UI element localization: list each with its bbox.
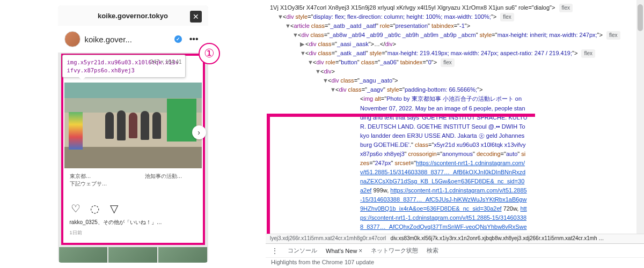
ig-time-text: 1日前 — [64, 229, 202, 242]
dom-line[interactable]: ▼<div class="_aagu _aato"> — [270, 76, 642, 85]
dom-line[interactable]: ▼<div class="_aagv" style="padding-botto… — [270, 85, 642, 94]
ig-caption: 東京都… 池知事の活動… 下記ウェブサ… — [64, 168, 202, 198]
ig-actions: ♡ ◌ ▽ — [64, 198, 202, 219]
tooltip-dims: 247 × 164.41 — [150, 58, 182, 65]
preview-panel: koike.governor.tokyo ✕ koike.gover... ••… — [0, 0, 266, 268]
comment-icon[interactable]: ◌ — [89, 203, 101, 214]
flex-badge[interactable]: flex — [581, 49, 595, 58]
tooltip-arrow-icon — [79, 77, 85, 80]
verified-badge-icon — [174, 35, 182, 43]
scrollbar[interactable] — [636, 0, 644, 234]
close-icon[interactable]: ✕ — [190, 11, 202, 23]
flex-badge[interactable]: flex — [500, 13, 514, 21]
ig-photo[interactable]: › — [64, 83, 202, 168]
crumb-segment[interactable]: lyej3.xdj266r.x11i5rnm.xat24cr.x1mh8g0r.… — [270, 235, 386, 241]
flex-badge[interactable]: flex — [441, 58, 455, 67]
annotation-bracket-top — [267, 114, 535, 117]
like-icon[interactable]: ♡ — [70, 203, 82, 214]
grid-thumb[interactable] — [158, 247, 207, 263]
tab-whatsnew[interactable]: What's New × — [326, 247, 362, 255]
ig-grid — [58, 246, 208, 263]
tab-console[interactable]: コンソール — [288, 247, 317, 255]
dom-line[interactable]: ▼<div class="_aatk _aatl" style="max-hei… — [270, 49, 642, 58]
dom-line[interactable]: ▶<div class="_aasi _aask">…</div> — [270, 40, 642, 49]
drawer-menu-icon[interactable]: ⋮ — [271, 247, 279, 255]
crumb-segment[interactable]: div.xs83m0k.xl56j7k.x1iy3rx.x1n2onr6.xjb… — [391, 235, 604, 241]
inspected-post: img.x5yr21d.xu96u03.x10l6tqk.x13vifvy.x8… — [61, 54, 205, 245]
devtools-panel: 1Vj X1Oy3l5r X47corl Xn8yej3 X15n9j28 xr… — [266, 0, 644, 268]
scrollbar-thumb[interactable] — [638, 4, 643, 31]
dom-line[interactable]: ▼<article class="_aatb _aatd _aatf" role… — [270, 21, 642, 31]
share-icon[interactable]: ▽ — [108, 203, 120, 214]
ig-profile-row: koike.gover... ••• — [58, 26, 208, 53]
dom-line[interactable]: ▼<div style="display: flex; flex-directi… — [270, 12, 642, 21]
photo-banner-right — [167, 99, 196, 142]
tab-search[interactable]: 検索 — [427, 247, 438, 255]
dom-line[interactable]: ▼<div class="_ab8w _ab94 _ab99 _ab9c _ab… — [270, 31, 642, 40]
whatsnew-headline: Highlights from the Chrome 107 update — [266, 257, 644, 268]
close-icon[interactable]: × — [358, 247, 362, 255]
avatar[interactable] — [64, 31, 80, 47]
highlight-box: img.x5yr21d.xu96u03.x10l6tqk.x13vifvy.x8… — [61, 54, 205, 245]
dom-line[interactable]: 1Vj X1Oy3l5r X47corl Xn8yej3 X15n9j28 xr… — [270, 3, 642, 12]
annotation-bracket — [267, 114, 280, 234]
flex-badge[interactable]: flex — [606, 31, 620, 40]
ig-likes-text: rakko_0325、その他が「いいね！」… — [64, 219, 202, 229]
phone-frame: koike.governor.tokyo ✕ koike.gover... ••… — [58, 5, 208, 263]
photo-banner-left — [69, 112, 83, 150]
ig-header-title: koike.governor.tokyo — [98, 12, 168, 20]
inspect-tooltip: img.x5yr21d.xu96u03.x10l6tqk.x13vifvy.x8… — [62, 55, 186, 78]
tab-network[interactable]: ネットワーク状態 — [371, 247, 418, 255]
ig-username[interactable]: koike.gover... — [85, 35, 170, 44]
carousel-next-icon[interactable]: › — [192, 125, 206, 139]
more-icon[interactable]: ••• — [186, 34, 202, 44]
grid-thumb[interactable] — [59, 247, 108, 263]
ig-header: koike.governor.tokyo ✕ — [58, 5, 208, 26]
flex-badge[interactable]: flex — [559, 4, 573, 12]
drawer-tabs: ⋮ コンソール What's New × ネットワーク状態 検索 — [266, 243, 644, 257]
dom-line[interactable]: ▼<div role="button" class="_aa06" tabind… — [270, 58, 642, 67]
breadcrumb[interactable]: lyej3.xdj266r.x11i5rnm.xat24cr.x1mh8g0r.… — [266, 234, 644, 243]
annotation-1: ① — [199, 43, 220, 64]
dom-line[interactable]: ▼<div> — [270, 67, 642, 76]
elements-tree[interactable]: 1Vj X1Oy3l5r X47corl Xn8yej3 X15n9j28 xr… — [266, 0, 644, 234]
grid-thumb[interactable] — [108, 247, 157, 263]
